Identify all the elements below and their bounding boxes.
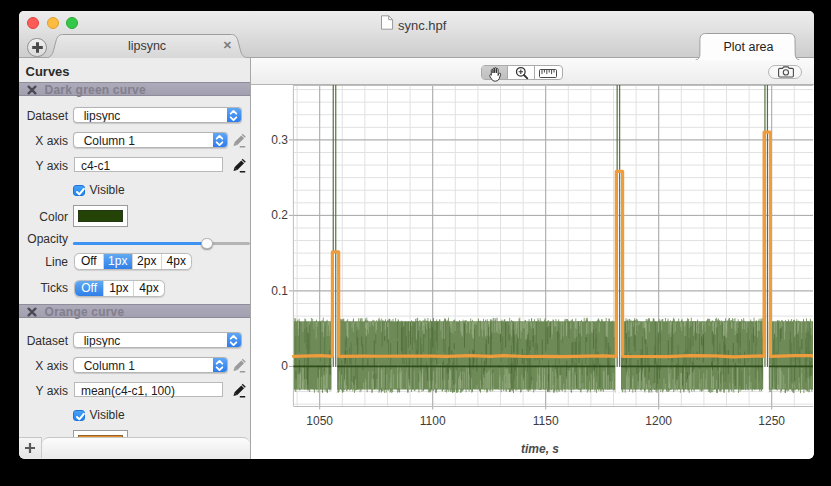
- svg-text:0: 0: [281, 359, 288, 373]
- svg-text:0.1: 0.1: [271, 284, 288, 298]
- svg-text:time, s: time, s: [521, 442, 559, 456]
- svg-text:0.2: 0.2: [271, 208, 288, 222]
- svg-text:1150: 1150: [533, 414, 559, 428]
- svg-text:1100: 1100: [420, 414, 446, 428]
- svg-text:0.3: 0.3: [271, 133, 288, 147]
- svg-text:1250: 1250: [758, 414, 785, 428]
- svg-text:1050: 1050: [306, 414, 333, 428]
- svg-text:1200: 1200: [645, 414, 672, 428]
